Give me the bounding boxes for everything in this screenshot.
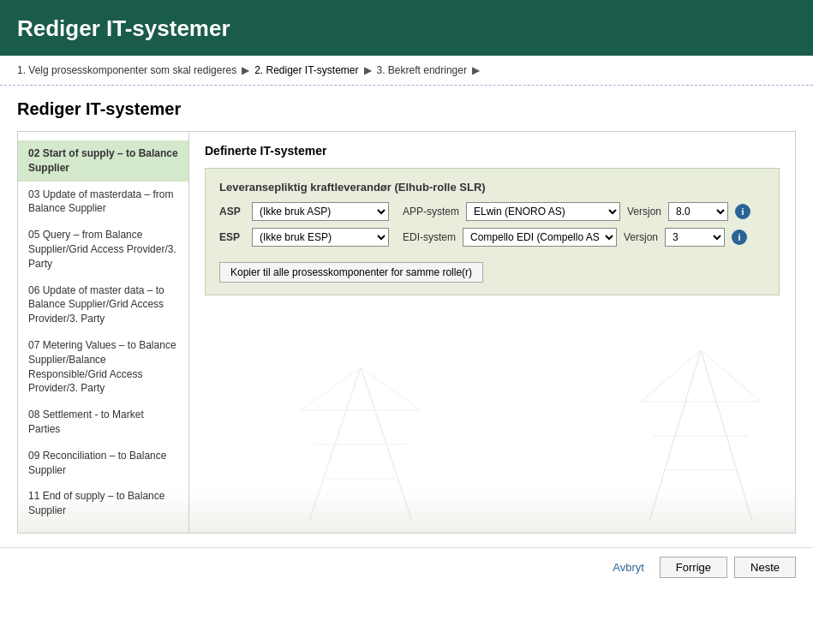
tower-watermark-right <box>624 350 778 524</box>
section-box: Leveransepliktig kraftleverandør (Elhub-… <box>205 168 780 295</box>
svg-line-8 <box>361 367 412 522</box>
breadcrumb-step1: 1. Velg prosesskomponenter som skal redi… <box>17 64 236 76</box>
esp-label: ESP <box>219 231 245 243</box>
svg-line-13 <box>361 367 421 410</box>
asp-select[interactable]: (Ikke bruk ASP) <box>252 202 389 221</box>
sidebar: 02 Start of supply – to Balance Supplier… <box>18 132 189 533</box>
asp-row: ASP (Ikke bruk ASP) APP-system ELwin (EN… <box>219 202 765 221</box>
asp-label: ASP <box>219 206 245 218</box>
breadcrumb-arrow3: ▶ <box>472 64 480 76</box>
sidebar-item-11[interactable]: 11 End of supply – to Balance Supplier <box>18 483 188 524</box>
versjon-label-esp: Versjon <box>624 231 658 243</box>
main-panel: Definerte IT-systemer Leveransepliktig k… <box>189 132 795 533</box>
esp-select[interactable]: (Ikke bruk ESP) <box>252 228 389 247</box>
edi-system-label: EDI-system <box>403 231 456 243</box>
cancel-link[interactable]: Avbryt <box>613 561 644 574</box>
page-title: Rediger IT-systemer <box>17 99 796 119</box>
versjon-esp-select[interactable]: 324 <box>665 228 725 247</box>
svg-line-6 <box>701 350 761 402</box>
prev-button[interactable]: Forrige <box>660 557 727 578</box>
sidebar-item-06[interactable]: 06 Update of master data – to Balance Su… <box>18 277 188 332</box>
info-icon-esp[interactable]: i <box>732 230 747 245</box>
copy-button[interactable]: Kopier til alle prosesskomponenter for s… <box>219 262 483 283</box>
breadcrumb-step3: 3. Bekreft endringer <box>377 64 467 76</box>
sidebar-item-08[interactable]: 08 Settlement - to Market Parties <box>18 402 188 443</box>
info-icon-asp[interactable]: i <box>735 204 750 219</box>
svg-line-12 <box>301 367 361 410</box>
page-header: Rediger IT-systemer <box>0 0 813 56</box>
sidebar-item-05[interactable]: 05 Query – from Balance Supplier/Grid Ac… <box>18 222 188 277</box>
content-area: 02 Start of supply – to Balance Supplier… <box>17 131 796 534</box>
app-system-label: APP-system <box>403 206 459 218</box>
section-heading: Definerte IT-systemer <box>205 144 780 158</box>
subsection-title: Leveransepliktig kraftleverandør (Elhub-… <box>219 181 765 194</box>
sidebar-item-07[interactable]: 07 Metering Values – to Balance Supplier… <box>18 332 188 402</box>
sidebar-item-02[interactable]: 02 Start of supply – to Balance Supplier <box>18 140 188 182</box>
versjon-label-asp: Versjon <box>627 206 661 218</box>
versjon-asp-select[interactable]: 8.07.09.0 <box>668 202 728 221</box>
breadcrumb-arrow1: ▶ <box>242 64 249 76</box>
svg-line-5 <box>641 350 701 402</box>
edi-system-select[interactable]: Compello EDI (Compello AS <box>463 228 617 247</box>
sidebar-item-03[interactable]: 03 Update of masterdata – from Balance S… <box>18 182 188 223</box>
app-system-select[interactable]: ELwin (ENORO AS) <box>466 202 620 221</box>
breadcrumb-step2: 2. Rediger IT-systemer <box>254 64 358 76</box>
tower-watermark-left <box>292 367 429 524</box>
next-button[interactable]: Neste <box>734 557 796 578</box>
sidebar-item-09[interactable]: 09 Reconciliation – to Balance Supplier <box>18 443 188 484</box>
page-header-title: Rediger IT-systemer <box>17 15 796 42</box>
breadcrumb-arrow2: ▶ <box>364 64 372 76</box>
breadcrumb: 1. Velg prosesskomponenter som skal redi… <box>0 56 813 86</box>
page-body: Rediger IT-systemer 02 Start of supply –… <box>0 86 813 547</box>
esp-row: ESP (Ikke bruk ESP) EDI-system Compello … <box>219 228 765 247</box>
svg-line-1 <box>701 350 752 522</box>
svg-line-0 <box>649 350 701 522</box>
footer: Avbryt Forrige Neste <box>0 547 813 587</box>
svg-line-7 <box>309 367 361 522</box>
